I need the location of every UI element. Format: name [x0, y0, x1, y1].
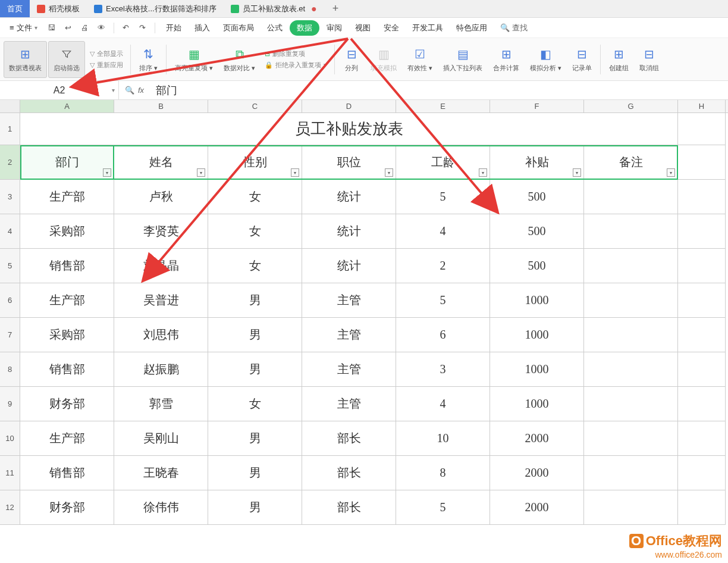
- data-cell[interactable]: 徐伟伟: [114, 490, 208, 525]
- row-header-2[interactable]: 2: [0, 145, 20, 180]
- filter-dropdown-button[interactable]: ▾: [573, 168, 581, 177]
- menu-视图[interactable]: 视图: [349, 20, 376, 36]
- data-cell[interactable]: 男: [208, 283, 302, 318]
- data-cell[interactable]: [584, 318, 678, 352]
- data-cell[interactable]: 主管: [302, 318, 396, 352]
- delete-dup[interactable]: ⊟删除重复项: [265, 49, 327, 58]
- data-cell[interactable]: 5: [396, 180, 490, 214]
- data-cell[interactable]: 2000: [490, 456, 584, 490]
- data-cell[interactable]: 女: [208, 387, 302, 421]
- close-icon[interactable]: ●: [311, 4, 317, 14]
- data-cell[interactable]: [584, 387, 678, 421]
- data-cell[interactable]: 男: [208, 318, 302, 352]
- data-cell[interactable]: 5: [396, 283, 490, 318]
- search-menu[interactable]: 🔍查找: [500, 23, 528, 33]
- data-cell[interactable]: 部长: [302, 456, 396, 490]
- data-cell[interactable]: 销售部: [20, 352, 114, 387]
- data-cell[interactable]: 生产部: [20, 421, 114, 456]
- ribbon-consolidate[interactable]: ⊞合并计算: [488, 41, 524, 78]
- reapply[interactable]: ▽重新应用: [90, 61, 123, 70]
- row-header-12[interactable]: 12: [0, 490, 20, 525]
- ribbon-ungroup[interactable]: ⊟取消组: [635, 41, 664, 78]
- data-cell[interactable]: 刘思伟: [114, 318, 208, 352]
- col-header-G[interactable]: G: [584, 100, 678, 112]
- cell[interactable]: [678, 456, 726, 490]
- ribbon-fill[interactable]: ▥填充模拟: [366, 41, 401, 78]
- header-cell-职位[interactable]: 职位▾: [302, 145, 396, 180]
- cell[interactable]: [678, 180, 726, 214]
- undo-icon[interactable]: ↶: [119, 21, 133, 35]
- col-header-H[interactable]: H: [678, 100, 726, 112]
- menu-插入[interactable]: 插入: [189, 20, 216, 36]
- data-cell[interactable]: [584, 352, 678, 387]
- data-cell[interactable]: 2000: [490, 490, 584, 525]
- menu-页面布局[interactable]: 页面布局: [217, 20, 260, 36]
- data-cell[interactable]: 部长: [302, 421, 396, 456]
- row-header-4[interactable]: 4: [0, 214, 20, 249]
- menu-开始[interactable]: 开始: [160, 20, 187, 36]
- print-icon[interactable]: 🖨: [78, 21, 92, 35]
- data-cell[interactable]: 男: [208, 456, 302, 490]
- data-cell[interactable]: [584, 180, 678, 214]
- menu-公式[interactable]: 公式: [261, 20, 288, 36]
- data-cell[interactable]: 销售部: [20, 249, 114, 283]
- col-header-E[interactable]: E: [396, 100, 490, 112]
- data-cell[interactable]: 统计: [302, 214, 396, 249]
- data-cell[interactable]: 王晓春: [114, 456, 208, 490]
- data-cell[interactable]: 男: [208, 490, 302, 525]
- show-all[interactable]: ▽全部显示: [90, 49, 123, 58]
- ribbon-split-col[interactable]: ⊟分列: [338, 41, 365, 78]
- data-cell[interactable]: 吴刚山: [114, 421, 208, 456]
- select-all-corner[interactable]: [0, 100, 20, 112]
- data-cell[interactable]: 1000: [490, 387, 584, 421]
- menu-审阅[interactable]: 审阅: [321, 20, 348, 36]
- data-cell[interactable]: 主管: [302, 283, 396, 318]
- data-cell[interactable]: 刘晶晶: [114, 249, 208, 283]
- data-cell[interactable]: 2000: [490, 421, 584, 456]
- menu-开发工具[interactable]: 开发工具: [406, 20, 449, 36]
- data-cell[interactable]: [584, 214, 678, 249]
- data-cell[interactable]: 统计: [302, 249, 396, 283]
- row-header-8[interactable]: 8: [0, 352, 20, 387]
- col-header-F[interactable]: F: [490, 100, 584, 112]
- filter-dropdown-button[interactable]: ▾: [385, 168, 393, 177]
- data-cell[interactable]: 主管: [302, 387, 396, 421]
- cell[interactable]: [678, 214, 726, 249]
- header-cell-工龄[interactable]: 工龄▾: [396, 145, 490, 180]
- cell[interactable]: [678, 249, 726, 283]
- data-cell[interactable]: 销售部: [20, 456, 114, 490]
- data-cell[interactable]: 4: [396, 387, 490, 421]
- menu-特色应用[interactable]: 特色应用: [450, 20, 493, 36]
- reject-dup[interactable]: 🔒拒绝录入重复项 ▾: [265, 61, 327, 70]
- col-header-D[interactable]: D: [302, 100, 396, 112]
- data-cell[interactable]: 主管: [302, 352, 396, 387]
- row-header-3[interactable]: 3: [0, 180, 20, 214]
- file-menu[interactable]: ≡文件▾: [5, 23, 42, 33]
- tab-template[interactable]: 稻壳模板: [30, 0, 87, 17]
- col-header-C[interactable]: C: [208, 100, 302, 112]
- data-cell[interactable]: [584, 421, 678, 456]
- data-cell[interactable]: [584, 249, 678, 283]
- data-cell[interactable]: 生产部: [20, 180, 114, 214]
- cell[interactable]: [678, 387, 726, 421]
- col-header-A[interactable]: A: [20, 100, 114, 112]
- back-icon[interactable]: ↩: [61, 21, 76, 35]
- header-cell-性别[interactable]: 性别▾: [208, 145, 302, 180]
- data-cell[interactable]: 财务部: [20, 387, 114, 421]
- fx-button[interactable]: fx: [138, 86, 144, 95]
- data-cell[interactable]: 500: [490, 214, 584, 249]
- filter-dropdown-button[interactable]: ▾: [291, 168, 299, 177]
- data-cell[interactable]: [584, 456, 678, 490]
- data-cell[interactable]: 5: [396, 490, 490, 525]
- ribbon-form[interactable]: ⊟记录单: [567, 41, 597, 78]
- ribbon-pivot-table[interactable]: ⊞数据透视表: [4, 41, 47, 78]
- data-cell[interactable]: 6: [396, 318, 490, 352]
- formula-input[interactable]: 部门: [150, 83, 183, 98]
- data-cell[interactable]: [584, 283, 678, 318]
- data-cell[interactable]: 赵振鹏: [114, 352, 208, 387]
- data-cell[interactable]: 男: [208, 421, 302, 456]
- data-cell[interactable]: 女: [208, 249, 302, 283]
- data-cell[interactable]: 郭雪: [114, 387, 208, 421]
- data-cell[interactable]: 女: [208, 180, 302, 214]
- chevron-down-icon[interactable]: ▾: [112, 87, 115, 93]
